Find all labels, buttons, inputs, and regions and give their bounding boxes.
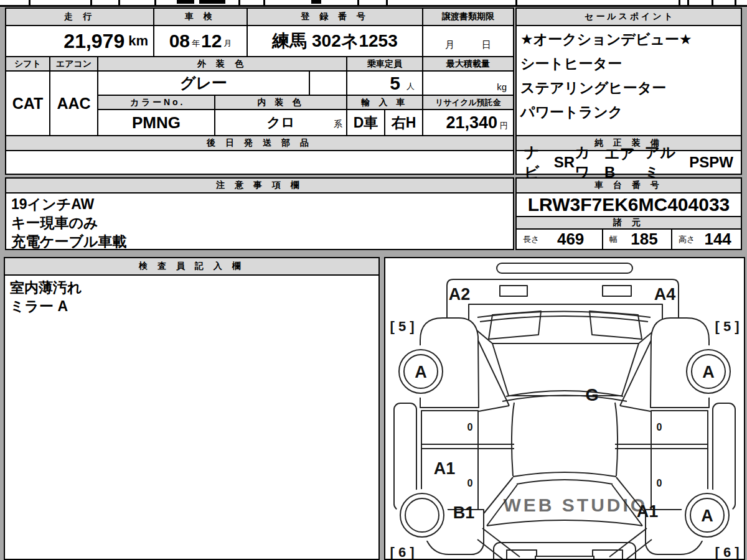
notes-box: 19インチAW キー現車のみ 充電ケーブル車載	[5, 192, 514, 250]
damage-label-a2: A2	[449, 285, 471, 304]
mileage-header: 走 行	[5, 7, 154, 26]
sales-point-line: シートヒーター	[520, 52, 737, 76]
sales-points-header: セ ー ル ス ポ イ ン ト	[515, 7, 742, 26]
inspector-box: 検 査 員 記 入 欄 室内薄汚れ ミラー A	[4, 257, 380, 560]
exterior-color-header: 外 装 色	[97, 56, 347, 72]
interior-color-value: クロ 系	[214, 109, 347, 136]
registration-header: 登 録 番 号	[247, 7, 423, 26]
damage-label-g: G	[585, 386, 598, 404]
spec-length: 長さ 469	[515, 228, 603, 250]
shaken-value: 08 年 12 月	[153, 25, 248, 57]
door-knob: 0	[657, 422, 662, 432]
interior-color-header: 内 装 色	[214, 95, 347, 110]
shift-value: CAT	[5, 70, 50, 136]
wheel-label-front-left: A	[415, 363, 427, 381]
auction-sheet: 走 行 車 検 登 録 番 号 譲渡書類期限 21,979 km 08 年 12…	[0, 0, 747, 560]
genuine-equipment-row: ナビ SR カワ エアB アルミ PS PW	[515, 150, 742, 175]
inspector-line: ミラー A	[10, 297, 374, 315]
later-parts-value	[5, 150, 514, 175]
note-line: 19インチAW	[11, 195, 508, 213]
door-knob: 0	[657, 478, 662, 488]
inspector-header: 検 査 員 記 入 欄	[5, 258, 378, 276]
exterior-color-value: グレー	[97, 70, 310, 96]
import-car-header: 輸 入 車	[346, 95, 423, 110]
door-knob: 0	[467, 478, 473, 488]
top-cutoff-row	[0, 0, 747, 5]
spec-width: 幅 185	[602, 228, 672, 250]
sales-points-box: ★オークションデビュー★ シートヒーター ステアリングヒーター パワートランク	[515, 25, 742, 136]
damage-label-a4: A4	[654, 285, 676, 304]
rear-left-wheel	[396, 489, 448, 541]
equipment-item: カワ	[575, 142, 604, 182]
damage-label-a1-door: A1	[434, 459, 456, 478]
aircon-header: エアコン	[49, 56, 98, 72]
rear-lamp-right	[593, 550, 622, 559]
car-diagram-box: WEB STUDIO PRO	[384, 257, 745, 560]
tire-size-left-front: [ 5 ]	[390, 319, 414, 334]
shift-header: シフト	[5, 56, 50, 72]
equipment-item: エアB	[604, 144, 645, 181]
equipment-item: SR	[554, 154, 575, 171]
mileage-value: 21,979 km	[5, 25, 154, 57]
color-no-header: カ ラ ー N o .	[97, 95, 215, 110]
transfer-deadline-header: 譲渡書類期限	[422, 7, 514, 26]
door-knob: 0	[467, 422, 473, 432]
import-car-value-1: D車	[346, 109, 385, 136]
note-line: 充電ケーブル車載	[11, 232, 508, 251]
specs-header: 諸 元	[515, 216, 742, 230]
sales-point-line: ステアリングヒーター	[520, 76, 737, 100]
transfer-deadline-value: 月 日	[422, 25, 514, 57]
max-load-value: kg	[422, 70, 514, 96]
chassis-header: 車 台 番 号	[515, 177, 742, 194]
equipment-item: PS	[689, 154, 709, 171]
capacity-value: 5 人	[346, 70, 423, 96]
equipment-item: アルミ	[645, 142, 690, 182]
shaken-header: 車 検	[153, 7, 248, 26]
max-load-header: 最大積載量	[422, 56, 514, 72]
rear-bumper	[535, 556, 594, 559]
tire-size-right-rear: [ 6 ]	[715, 544, 739, 559]
tire-size-left-rear: [ 6 ]	[390, 544, 414, 559]
sales-point-line: パワートランク	[520, 100, 737, 124]
damage-label-b1: B1	[453, 503, 475, 522]
front-bumper	[497, 263, 632, 273]
spec-height: 高さ 144	[671, 228, 742, 250]
later-parts-header: 後 日 発 送 部 品	[5, 135, 514, 151]
capacity-header: 乗車定員	[346, 56, 423, 72]
aircon-value: AAC	[49, 70, 98, 136]
note-line: キー現車のみ	[11, 213, 508, 232]
notes-header: 注 意 事 項 欄	[5, 177, 514, 194]
recycle-value: 21,340 円	[422, 109, 514, 136]
rear-lamp-left	[507, 550, 537, 559]
windshield	[492, 343, 639, 396]
damage-label-a1-rear: A1	[637, 502, 659, 521]
sales-point-line: ★オークションデビュー★	[520, 27, 737, 52]
car-top-view-diagram: WEB STUDIO PRO	[385, 258, 744, 559]
import-car-value-2: 右H	[384, 109, 423, 136]
wheel-label-rear-right: A	[701, 506, 713, 525]
exterior-color-empty-cell	[309, 70, 347, 96]
equipment-item: PW	[709, 154, 733, 171]
wheel-label-front-right: A	[702, 363, 715, 381]
recycle-header: リサイクル預託金	[422, 95, 514, 110]
tire-size-right-front: [ 5 ]	[715, 319, 739, 334]
inspector-line: 室内薄汚れ	[10, 278, 374, 297]
chassis-value: LRW3F7EK6MC404033	[515, 192, 742, 217]
equipment-item: ナビ	[524, 142, 554, 182]
registration-value: 練馬 302ネ1253	[247, 25, 423, 57]
color-no-value: PMNG	[97, 109, 215, 136]
